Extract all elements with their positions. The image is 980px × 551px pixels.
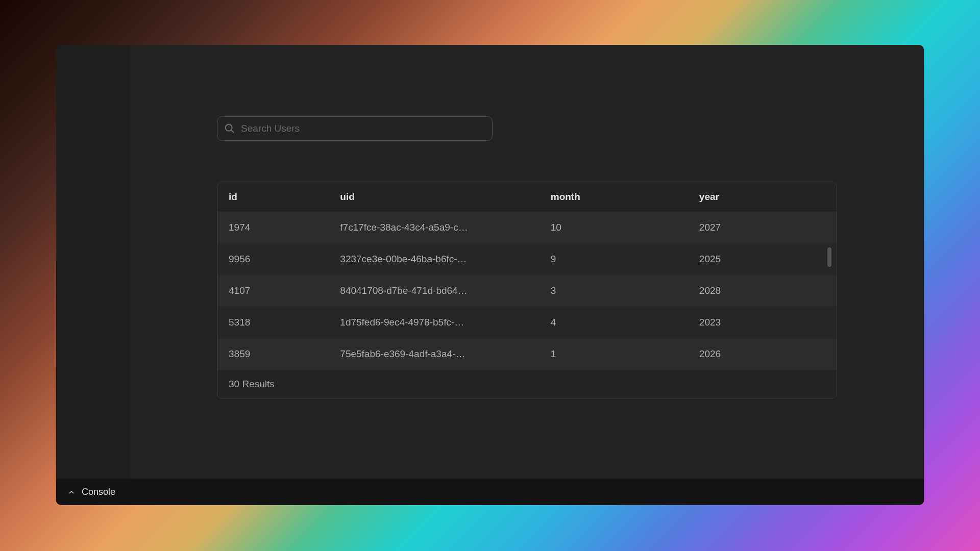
cell-uid: 75e5fab6-e369-4adf-a3a4-… — [329, 338, 539, 370]
cell-year: 2023 — [688, 307, 837, 338]
column-header-month[interactable]: month — [540, 182, 688, 212]
column-header-year[interactable]: year — [688, 182, 837, 212]
cell-uid: 3237ce3e-00be-46ba-b6fc-… — [329, 243, 539, 275]
cell-year: 2025 — [688, 243, 837, 275]
cell-month: 10 — [540, 212, 688, 243]
app-window: id uid month year 19 — [56, 45, 924, 505]
cell-month: 3 — [540, 275, 688, 307]
users-table-container: id uid month year 19 — [217, 182, 837, 398]
table-row[interactable]: 1974 f7c17fce-38ac-43c4-a5a9-c… 10 2027 — [217, 212, 837, 243]
cell-uid: 1d75fed6-9ec4-4978-b5fc-… — [329, 307, 539, 338]
cell-year: 2026 — [688, 338, 837, 370]
svg-line-1 — [231, 130, 234, 133]
table-row[interactable]: 5318 1d75fed6-9ec4-4978-b5fc-… 4 2023 — [217, 307, 837, 338]
cell-id: 5318 — [217, 307, 329, 338]
scrollbar-thumb[interactable] — [827, 247, 831, 267]
cell-month: 4 — [540, 307, 688, 338]
svg-point-0 — [226, 124, 232, 131]
console-label: Console — [82, 487, 115, 497]
cell-month: 1 — [540, 338, 688, 370]
column-header-uid[interactable]: uid — [329, 182, 539, 212]
cell-year: 2028 — [688, 275, 837, 307]
table-row[interactable]: 3859 75e5fab6-e369-4adf-a3a4-… 1 2026 — [217, 338, 837, 370]
table-row[interactable]: 9956 3237ce3e-00be-46ba-b6fc-… 9 2025 — [217, 243, 837, 275]
chevron-up-icon — [67, 488, 76, 496]
cell-id: 3859 — [217, 338, 329, 370]
column-header-id[interactable]: id — [217, 182, 329, 212]
cell-uid: 84041708-d7be-471d-bd64… — [329, 275, 539, 307]
sidebar — [56, 45, 130, 479]
cell-id: 4107 — [217, 275, 329, 307]
search-wrapper — [217, 116, 493, 141]
table-body-scroll[interactable]: 1974 f7c17fce-38ac-43c4-a5a9-c… 10 2027 … — [217, 212, 837, 370]
cell-id: 9956 — [217, 243, 329, 275]
cell-id: 1974 — [217, 212, 329, 243]
cell-uid: f7c17fce-38ac-43c4-a5a9-c… — [329, 212, 539, 243]
results-count: 30 Results — [217, 370, 837, 398]
console-bar[interactable]: Console — [56, 479, 924, 505]
table-header-row: id uid month year — [217, 182, 837, 212]
search-input[interactable] — [217, 116, 493, 141]
cell-month: 9 — [540, 243, 688, 275]
main-area: id uid month year 19 — [56, 45, 924, 479]
search-icon — [224, 123, 235, 134]
cell-year: 2027 — [688, 212, 837, 243]
content-area: id uid month year 19 — [130, 45, 924, 479]
users-table: id uid month year — [217, 182, 837, 212]
table-row[interactable]: 4107 84041708-d7be-471d-bd64… 3 2028 — [217, 275, 837, 307]
